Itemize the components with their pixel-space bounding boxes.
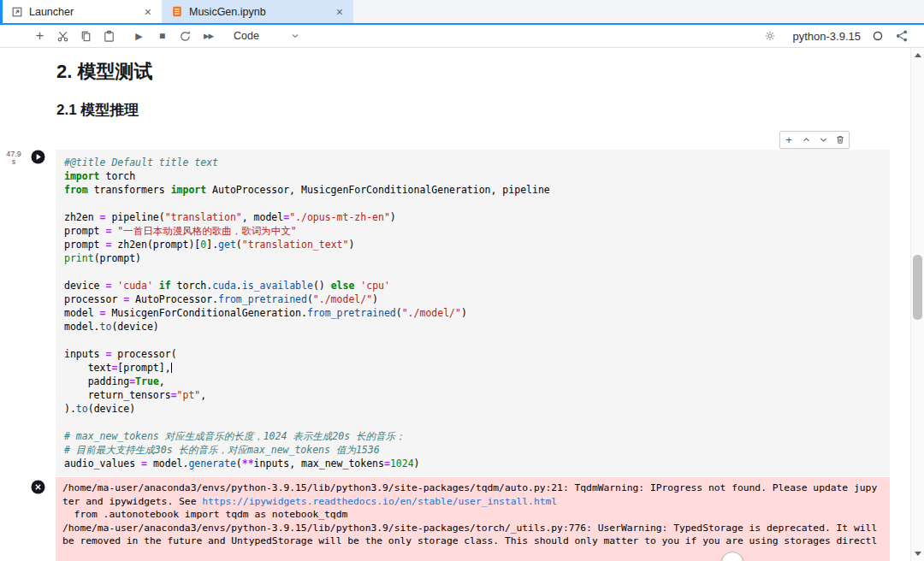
code-line: audio_values = model.generate(**inputs, … — [64, 457, 881, 470]
code-line — [64, 334, 881, 347]
execution-time-unit: s — [2, 158, 26, 166]
code-cell: 47.9 s #@title Default title textimport … — [0, 150, 890, 476]
code-line: zh2en = pipeline("translation", model=".… — [64, 210, 881, 224]
code-line: model.to(device) — [64, 320, 881, 334]
output-line: /home/ma-user/anaconda3/envs/python-3.9.… — [62, 522, 883, 535]
clipboard-icon — [103, 30, 116, 43]
code-line — [64, 265, 881, 279]
execution-time: 47.9 s — [2, 151, 26, 166]
settings-gear-icon[interactable] — [758, 26, 781, 46]
trash-icon — [835, 134, 845, 145]
cell-toolbar: + — [779, 131, 850, 149]
launcher-icon — [11, 6, 23, 18]
markdown-subheading: 2.1 模型推理 — [56, 100, 139, 120]
move-cell-up-button[interactable] — [797, 132, 814, 148]
code-line: print(prompt) — [64, 251, 881, 265]
tab-launcher[interactable]: Launcher × — [3, 0, 163, 23]
code-line: #@title Default title text — [64, 156, 881, 169]
scissors-icon — [56, 30, 69, 43]
restart-icon — [179, 30, 192, 43]
cell-gutter: 47.9 s — [0, 150, 56, 476]
cell-type-value: Code — [234, 30, 259, 42]
close-icon[interactable]: × — [143, 6, 153, 18]
cell-output: /home/ma-user/anaconda3/envs/python-3.9.… — [0, 477, 890, 561]
code-line: # max_new_tokens 对应生成音乐的长度，1024 表示生成20s … — [64, 429, 881, 443]
play-circle-icon — [31, 150, 45, 164]
code-line: device = 'cuda' if torch.cuda.is_availab… — [64, 279, 881, 292]
jupyterlab-window: Launcher × MusicGen.ipynb × + — [0, 0, 924, 561]
copy-icon — [80, 30, 92, 43]
paste-cells-button[interactable] — [98, 26, 121, 46]
code-line — [64, 197, 881, 210]
save-button[interactable] — [5, 26, 28, 46]
cut-cells-button[interactable] — [51, 26, 74, 46]
run-cell-button[interactable]: ▶ — [127, 26, 151, 46]
interrupt-kernel-button[interactable]: ■ — [151, 26, 174, 46]
tab-bar: Launcher × MusicGen.ipynb × — [0, 0, 924, 25]
restart-run-all-button[interactable]: ▶▶ — [197, 26, 220, 46]
output-lines: /home/ma-user/anaconda3/envs/python-3.9.… — [62, 481, 883, 548]
kernel-status-icon[interactable] — [872, 30, 884, 42]
cell-run-indicator[interactable] — [31, 150, 45, 164]
output-link[interactable]: https://ipywidgets.readthedocs.io/en/sta… — [202, 496, 557, 507]
code-line: return_tensors="pt", — [64, 388, 881, 402]
code-lines: #@title Default title textimport torchfr… — [64, 156, 881, 470]
code-line: model = MusicgenForConditionalGeneration… — [64, 306, 881, 320]
output-error-indicator[interactable] — [31, 480, 45, 494]
vertical-scrollbar[interactable] — [910, 48, 924, 561]
output-gutter — [0, 477, 56, 561]
scroll-down-arrow[interactable] — [915, 552, 921, 556]
scrollbar-thumb[interactable] — [913, 255, 922, 320]
code-line: from transformers import AutoProcessor, … — [64, 183, 881, 197]
markdown-heading: 2. 模型测试 — [56, 59, 152, 85]
notebook-icon — [171, 5, 183, 18]
copy-cells-button[interactable] — [74, 26, 98, 46]
text-cursor — [171, 363, 172, 373]
tab-musicgen[interactable]: MusicGen.ipynb × — [163, 0, 353, 23]
kernel-name[interactable]: python-3.9.15 — [792, 30, 861, 43]
add-cell-button[interactable]: + — [780, 132, 797, 148]
output-line: from .autonotebook import tqdm as notebo… — [62, 508, 883, 522]
output-line: be removed in the future and UntypedStor… — [62, 534, 883, 548]
code-line: inputs = processor( — [64, 347, 881, 361]
code-editor[interactable]: #@title Default title textimport torchfr… — [56, 150, 890, 476]
tab-label: Launcher — [29, 6, 137, 18]
code-line — [64, 416, 881, 429]
chevron-down-icon — [819, 135, 828, 145]
cell-type-dropdown[interactable]: Code — [230, 27, 304, 45]
code-line: prompt = zh2en(prompt)[0].get("translati… — [64, 238, 881, 251]
code-line: processor = AutoProcessor.from_pretraine… — [64, 292, 881, 306]
output-line: ter and ipywidgets. See https://ipywidge… — [62, 495, 883, 509]
tab-label: MusicGen.ipynb — [189, 6, 329, 18]
code-line: text=[prompt], — [64, 361, 881, 375]
share-icon[interactable] — [895, 29, 909, 43]
chevron-up-icon — [802, 135, 811, 145]
notebook-panel: 2. 模型测试 2.1 模型推理 + — [0, 48, 910, 561]
code-line: padding=True, — [64, 375, 881, 388]
move-cell-down-button[interactable] — [814, 132, 832, 148]
chevron-down-icon — [290, 31, 300, 41]
error-circle-icon — [31, 480, 45, 494]
code-line: prompt = "一首日本动漫风格的歌曲，歌词为中文" — [64, 224, 881, 238]
code-line: import torch — [64, 169, 881, 183]
stderr-output: /home/ma-user/anaconda3/envs/python-3.9.… — [56, 477, 890, 561]
code-line: ).to(device) — [64, 402, 881, 416]
close-icon[interactable]: × — [335, 6, 345, 18]
code-line: # 目前最大支持生成30s 长的音乐，对应max_new_tokens 值为15… — [64, 443, 881, 457]
insert-cell-button[interactable]: + — [28, 26, 51, 46]
delete-cell-button[interactable] — [832, 132, 849, 148]
scroll-up-arrow[interactable] — [915, 53, 921, 57]
toolbar-right: python-3.9.15 — [758, 26, 919, 46]
notebook-toolbar: + ▶ ■ ▶▶ Code — [0, 25, 924, 48]
output-line: /home/ma-user/anaconda3/envs/python-3.9.… — [62, 481, 883, 495]
restart-kernel-button[interactable] — [174, 26, 197, 46]
